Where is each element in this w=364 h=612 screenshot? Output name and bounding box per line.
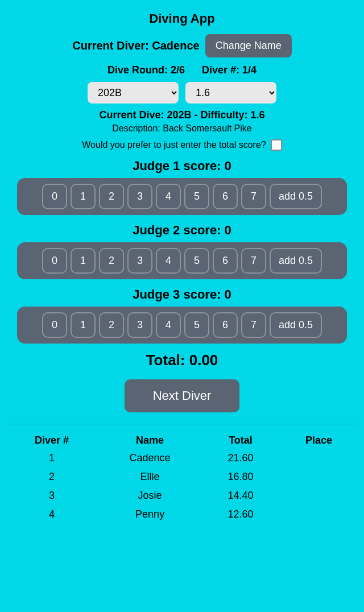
table-row: 4Penny12.60 [6,505,358,524]
judge3-btn-0[interactable]: 0 [42,312,67,338]
judge2-btn-3[interactable]: 3 [127,248,152,274]
judge1-btn-1[interactable]: 1 [71,184,96,209]
table-row: 1Cadence21.60 [6,449,358,468]
judge1-btn-7[interactable]: 7 [241,184,266,209]
judge1-btn-4[interactable]: 4 [156,184,181,209]
next-diver-button[interactable]: Next Diver [125,379,240,412]
dive-code-select[interactable]: 202B [88,82,179,104]
judge1-btn-3[interactable]: 3 [127,184,152,209]
cell-total: 14.40 [202,486,279,505]
judge3-btn-1[interactable]: 1 [71,312,96,338]
current-dive-info: Current Dive: 202B - Difficulty: 1.6 [99,109,264,121]
cell-total: 12.60 [202,505,279,524]
total-display: Total: 0.00 [146,352,218,369]
cell-diver_num: 4 [6,505,98,524]
judge1-btn-2[interactable]: 2 [99,184,124,209]
judge2-btn-2[interactable]: 2 [99,248,124,274]
judge3-score-buttons: 0 1 2 3 4 5 6 7 add 0.5 [17,307,347,344]
change-name-button[interactable]: Change Name [205,34,292,57]
judge2-btn-add-half[interactable]: add 0.5 [270,248,322,274]
cell-place [279,449,358,468]
divider [6,424,358,424]
app-title: Diving App [149,11,214,26]
round-diver-row: Dive Round: 2/6 Diver #: 1/4 [107,64,257,76]
judge2-btn-0[interactable]: 0 [42,248,67,274]
judge2-score-buttons: 0 1 2 3 4 5 6 7 add 0.5 [17,242,347,279]
current-diver-label: Current Diver: Cadence [72,39,199,52]
total-score-row: Would you prefer to just enter the total… [82,139,282,151]
cell-total: 21.60 [202,449,279,468]
judge1-label: Judge 1 score: 0 [133,159,231,173]
dive-round-label: Dive Round: 2/6 [107,64,185,76]
judge1-btn-6[interactable]: 6 [213,184,238,209]
current-diver-row: Current Diver: Cadence Change Name [72,34,291,57]
judge1-btn-add-half[interactable]: add 0.5 [270,184,322,209]
difficulty-select[interactable]: 1.6 [185,82,276,104]
cell-diver_num: 2 [6,468,98,486]
judge3-btn-2[interactable]: 2 [99,312,124,338]
leaderboard-table: Diver # Name Total Place 1Cadence21.602E… [6,432,358,524]
cell-place [279,486,358,505]
total-score-checkbox[interactable] [271,139,282,151]
table-row: 2Ellie16.80 [6,468,358,486]
diver-num-label: Diver #: 1/4 [202,64,257,76]
judge1-score-buttons: 0 1 2 3 4 5 6 7 add 0.5 [17,178,347,215]
judge3-btn-4[interactable]: 4 [156,312,181,338]
judge3-btn-3[interactable]: 3 [127,312,152,338]
cell-place [279,505,358,524]
cell-name: Cadence [98,449,202,468]
judge3-btn-add-half[interactable]: add 0.5 [270,312,322,338]
description-text: Description: Back Somersault Pike [112,123,251,134]
cell-place [279,468,358,486]
cell-name: Penny [98,505,202,524]
col-header-name: Name [98,432,202,449]
judge1-btn-0[interactable]: 0 [42,184,67,209]
cell-total: 16.80 [202,468,279,486]
judge2-label: Judge 2 score: 0 [133,223,231,238]
selects-row: 202B 1.6 [88,82,276,104]
col-header-diver-num: Diver # [6,432,98,449]
table-row: 3Josie14.40 [6,486,358,505]
cell-name: Ellie [98,468,202,486]
judge3-btn-5[interactable]: 5 [184,312,209,338]
cell-diver_num: 1 [6,449,98,468]
judge2-btn-6[interactable]: 6 [213,248,238,274]
total-score-question: Would you prefer to just enter the total… [82,140,266,150]
judge3-btn-6[interactable]: 6 [213,312,238,338]
cell-name: Josie [98,486,202,505]
col-header-total: Total [202,432,279,449]
judge2-btn-5[interactable]: 5 [184,248,209,274]
judge3-label: Judge 3 score: 0 [133,287,231,302]
judge1-btn-5[interactable]: 5 [184,184,209,209]
judge3-btn-7[interactable]: 7 [241,312,266,338]
cell-diver_num: 3 [6,486,98,505]
col-header-place: Place [279,432,358,449]
judge2-btn-1[interactable]: 1 [71,248,96,274]
judge2-btn-4[interactable]: 4 [156,248,181,274]
judge2-btn-7[interactable]: 7 [241,248,266,274]
